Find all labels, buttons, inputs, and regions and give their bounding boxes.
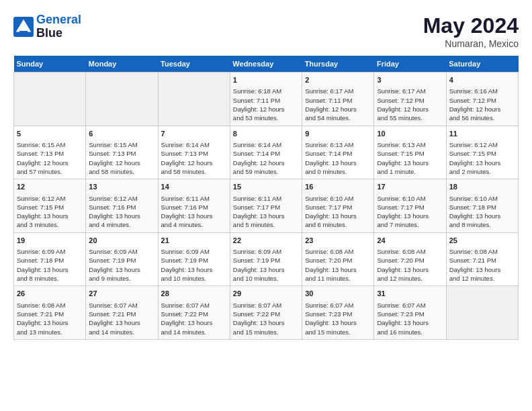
calendar-cell: 23Sunrise: 6:08 AM Sunset: 7:20 PM Dayli… [302, 232, 374, 286]
day-number: 4 [449, 75, 515, 85]
weekday-sunday: Sunday [14, 56, 86, 73]
cell-content: Sunrise: 6:08 AM Sunset: 7:21 PM Dayligh… [449, 247, 515, 283]
calendar-cell: 3Sunrise: 6:17 AM Sunset: 7:12 PM Daylig… [374, 73, 446, 126]
weekday-thursday: Thursday [302, 56, 374, 73]
cell-content: Sunrise: 6:11 AM Sunset: 7:17 PM Dayligh… [233, 194, 299, 230]
day-number: 10 [377, 129, 443, 139]
calendar-week-row: 12Sunrise: 6:12 AM Sunset: 7:15 PM Dayli… [14, 179, 519, 233]
cell-content: Sunrise: 6:07 AM Sunset: 7:22 PM Dayligh… [161, 301, 227, 336]
calendar-week-row: 19Sunrise: 6:09 AM Sunset: 7:18 PM Dayli… [14, 232, 519, 286]
weekday-saturday: Saturday [446, 56, 518, 73]
day-number: 7 [161, 129, 227, 139]
cell-content: Sunrise: 6:08 AM Sunset: 7:21 PM Dayligh… [17, 301, 83, 336]
calendar-cell [86, 73, 158, 126]
cell-content: Sunrise: 6:15 AM Sunset: 7:13 PM Dayligh… [89, 140, 154, 176]
cell-content: Sunrise: 6:11 AM Sunset: 7:16 PM Dayligh… [161, 194, 227, 230]
calendar-cell: 16Sunrise: 6:10 AM Sunset: 7:17 PM Dayli… [302, 179, 374, 233]
day-number: 19 [17, 236, 83, 246]
day-number: 24 [377, 236, 443, 246]
weekday-wednesday: Wednesday [230, 56, 302, 73]
calendar-cell: 19Sunrise: 6:09 AM Sunset: 7:18 PM Dayli… [14, 232, 86, 286]
calendar-cell: 20Sunrise: 6:09 AM Sunset: 7:19 PM Dayli… [86, 232, 158, 286]
day-number: 5 [17, 129, 83, 139]
cell-content: Sunrise: 6:09 AM Sunset: 7:18 PM Dayligh… [17, 247, 83, 283]
calendar-cell: 26Sunrise: 6:08 AM Sunset: 7:21 PM Dayli… [14, 286, 86, 340]
calendar-header: SundayMondayTuesdayWednesdayThursdayFrid… [14, 56, 519, 73]
cell-content: Sunrise: 6:18 AM Sunset: 7:11 PM Dayligh… [233, 87, 299, 122]
calendar-week-row: 26Sunrise: 6:08 AM Sunset: 7:21 PM Dayli… [14, 286, 519, 340]
day-number: 20 [89, 236, 154, 246]
calendar-cell: 18Sunrise: 6:10 AM Sunset: 7:18 PM Dayli… [446, 179, 518, 233]
calendar-cell: 17Sunrise: 6:10 AM Sunset: 7:17 PM Dayli… [374, 179, 446, 233]
day-number: 17 [377, 182, 443, 192]
calendar-cell: 4Sunrise: 6:16 AM Sunset: 7:12 PM Daylig… [446, 73, 518, 126]
day-number: 14 [161, 182, 227, 192]
cell-content: Sunrise: 6:09 AM Sunset: 7:19 PM Dayligh… [161, 247, 227, 283]
month-title: May 2024 [423, 13, 519, 38]
calendar-cell: 15Sunrise: 6:11 AM Sunset: 7:17 PM Dayli… [230, 179, 302, 233]
cell-content: Sunrise: 6:12 AM Sunset: 7:15 PM Dayligh… [17, 194, 83, 230]
calendar-cell: 22Sunrise: 6:09 AM Sunset: 7:19 PM Dayli… [230, 232, 302, 286]
cell-content: Sunrise: 6:09 AM Sunset: 7:19 PM Dayligh… [233, 247, 299, 283]
calendar-body: 1Sunrise: 6:18 AM Sunset: 7:11 PM Daylig… [14, 73, 519, 340]
calendar-cell: 1Sunrise: 6:18 AM Sunset: 7:11 PM Daylig… [230, 73, 302, 126]
day-number: 22 [233, 236, 299, 246]
day-number: 11 [449, 129, 515, 139]
cell-content: Sunrise: 6:10 AM Sunset: 7:18 PM Dayligh… [449, 194, 515, 230]
calendar-cell: 30Sunrise: 6:07 AM Sunset: 7:23 PM Dayli… [302, 286, 374, 340]
cell-content: Sunrise: 6:07 AM Sunset: 7:23 PM Dayligh… [377, 301, 443, 336]
cell-content: Sunrise: 6:17 AM Sunset: 7:11 PM Dayligh… [305, 87, 371, 122]
day-number: 18 [449, 182, 515, 192]
calendar-cell: 31Sunrise: 6:07 AM Sunset: 7:23 PM Dayli… [374, 286, 446, 340]
weekday-monday: Monday [86, 56, 158, 73]
day-number: 3 [377, 75, 443, 85]
day-number: 21 [161, 236, 227, 246]
calendar-cell: 21Sunrise: 6:09 AM Sunset: 7:19 PM Dayli… [158, 232, 230, 286]
cell-content: Sunrise: 6:07 AM Sunset: 7:22 PM Dayligh… [233, 301, 299, 336]
cell-content: Sunrise: 6:09 AM Sunset: 7:19 PM Dayligh… [89, 247, 154, 283]
weekday-tuesday: Tuesday [158, 56, 230, 73]
day-number: 13 [89, 182, 154, 192]
cell-content: Sunrise: 6:14 AM Sunset: 7:14 PM Dayligh… [233, 140, 299, 176]
day-number: 27 [89, 289, 154, 299]
calendar-cell [14, 73, 86, 126]
day-number: 15 [233, 182, 299, 192]
calendar-cell: 6Sunrise: 6:15 AM Sunset: 7:13 PM Daylig… [86, 126, 158, 179]
cell-content: Sunrise: 6:12 AM Sunset: 7:16 PM Dayligh… [89, 194, 154, 230]
logo: GeneralBlue [13, 13, 81, 40]
day-number: 16 [305, 182, 371, 192]
day-number: 6 [89, 129, 154, 139]
calendar-cell: 28Sunrise: 6:07 AM Sunset: 7:22 PM Dayli… [158, 286, 230, 340]
location: Numaran, Mexico [423, 38, 519, 49]
cell-content: Sunrise: 6:08 AM Sunset: 7:20 PM Dayligh… [305, 247, 371, 283]
day-number: 25 [449, 236, 515, 246]
day-number: 29 [233, 289, 299, 299]
calendar-cell: 10Sunrise: 6:13 AM Sunset: 7:15 PM Dayli… [374, 126, 446, 179]
calendar-cell: 13Sunrise: 6:12 AM Sunset: 7:16 PM Dayli… [86, 179, 158, 233]
cell-content: Sunrise: 6:08 AM Sunset: 7:20 PM Dayligh… [377, 247, 443, 283]
day-number: 1 [233, 75, 299, 85]
weekday-friday: Friday [374, 56, 446, 73]
calendar-week-row: 5Sunrise: 6:15 AM Sunset: 7:13 PM Daylig… [14, 126, 519, 179]
calendar-cell: 25Sunrise: 6:08 AM Sunset: 7:21 PM Dayli… [446, 232, 518, 286]
day-number: 31 [377, 289, 443, 299]
calendar-cell: 24Sunrise: 6:08 AM Sunset: 7:20 PM Dayli… [374, 232, 446, 286]
calendar-cell [158, 73, 230, 126]
day-number: 23 [305, 236, 371, 246]
day-number: 2 [305, 75, 371, 85]
page-header: GeneralBlue May 2024 Numaran, Mexico [13, 13, 519, 49]
day-number: 9 [305, 129, 371, 139]
calendar-week-row: 1Sunrise: 6:18 AM Sunset: 7:11 PM Daylig… [14, 73, 519, 126]
calendar-cell: 2Sunrise: 6:17 AM Sunset: 7:11 PM Daylig… [302, 73, 374, 126]
cell-content: Sunrise: 6:17 AM Sunset: 7:12 PM Dayligh… [377, 87, 443, 122]
svg-rect-2 [19, 31, 28, 33]
logo-text: GeneralBlue [36, 13, 81, 40]
cell-content: Sunrise: 6:13 AM Sunset: 7:14 PM Dayligh… [305, 140, 371, 176]
day-number: 28 [161, 289, 227, 299]
calendar-cell: 12Sunrise: 6:12 AM Sunset: 7:15 PM Dayli… [14, 179, 86, 233]
cell-content: Sunrise: 6:07 AM Sunset: 7:23 PM Dayligh… [305, 301, 371, 336]
calendar-cell: 14Sunrise: 6:11 AM Sunset: 7:16 PM Dayli… [158, 179, 230, 233]
cell-content: Sunrise: 6:12 AM Sunset: 7:15 PM Dayligh… [449, 140, 515, 176]
title-block: May 2024 Numaran, Mexico [423, 13, 519, 49]
calendar-cell: 7Sunrise: 6:14 AM Sunset: 7:13 PM Daylig… [158, 126, 230, 179]
